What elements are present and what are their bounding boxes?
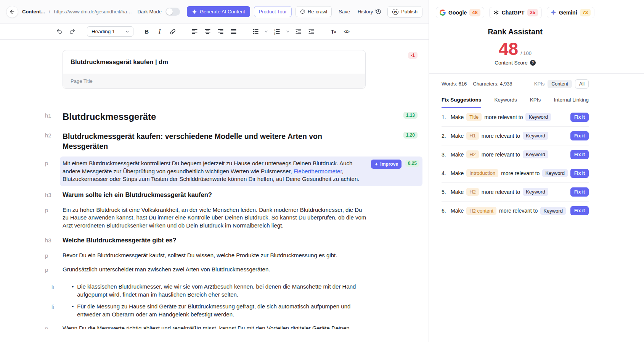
indent-button[interactable] [307, 27, 316, 37]
h1-text[interactable]: Blutdruckmessgeräte [63, 111, 368, 122]
intro-paragraph-block: p Mit einem Blutdruckmessgerät kontrolli… [45, 156, 429, 186]
outdent-button[interactable] [294, 27, 304, 37]
bullet-list-button[interactable] [251, 27, 261, 37]
improve-button[interactable]: Improve [371, 160, 401, 169]
sidebar-divider [429, 73, 644, 74]
h2-text[interactable]: Blutdruckmessgerät kaufen: verschiedene … [63, 131, 368, 151]
paragraph-text[interactable]: Grundsätzlich unterscheidet man zwischen… [63, 266, 368, 274]
numbered-list-chevron[interactable] [285, 27, 291, 37]
suggestion-number: 3. [442, 152, 449, 158]
suggestion-row: 6. Make H2 content more relevant to Keyw… [442, 202, 589, 220]
arrow-left-icon [9, 9, 15, 15]
tab-kpis[interactable]: KPIs [530, 97, 541, 108]
publish-button[interactable]: W Publish [387, 6, 422, 18]
element-tag: Title [466, 113, 482, 121]
fix-it-button[interactable]: Fix it [570, 113, 589, 122]
undo-button[interactable] [54, 27, 64, 37]
gutter-label: li [45, 303, 63, 318]
svg-text:3: 3 [274, 33, 275, 35]
suggestion-number: 5. [442, 189, 449, 195]
suggestion-middle: more relevant to [482, 133, 520, 139]
tab-fix-suggestions[interactable]: Fix Suggestions [442, 97, 481, 108]
gutter-label: h3 [45, 191, 63, 198]
product-tour-button[interactable]: Product Tour [254, 6, 292, 17]
app: Content... / https://www.dm.de/gesundhei… [0, 0, 644, 342]
engine-name: ChatGPT [502, 10, 525, 16]
engine-chatgpt[interactable]: ChatGPT 25 [489, 7, 542, 18]
tab-keywords[interactable]: Keywords [494, 97, 517, 108]
page-url[interactable]: https://www.dm.de/gesundheit/hausapothek… [54, 9, 133, 15]
element-tag: Introduction [466, 169, 498, 177]
recrawl-button[interactable]: Re-crawl [296, 6, 332, 17]
kpi-content-toggle[interactable]: Content [548, 80, 572, 88]
list-item-block: li • Für die Messung zu Hause sind Gerät… [45, 303, 429, 318]
clear-formatting-button[interactable]: Tx [329, 27, 339, 37]
paragraph-block: p Ein zu hoher Blutdruck ist eine Volksk… [45, 206, 429, 230]
align-right-button[interactable] [216, 27, 226, 37]
tab-internal-linking[interactable]: Internal Linking [554, 97, 589, 108]
fix-it-button[interactable]: Fix it [570, 169, 589, 178]
fix-it-button[interactable]: Fix it [570, 206, 589, 215]
generate-ai-content-label: Generate AI Content [200, 9, 245, 15]
code-view-button[interactable]: </> [342, 27, 352, 37]
fieberthermometer-link[interactable]: Fieberthermometer [294, 168, 342, 174]
h3-text[interactable]: Warum sollte ich ein Blutdruckmessgerät … [63, 191, 368, 198]
redo-button[interactable] [67, 27, 77, 37]
gemini-logo-icon [551, 10, 556, 15]
sparkle-icon [192, 9, 197, 15]
gutter-label: p [45, 252, 63, 260]
bold-button[interactable]: B [142, 27, 152, 37]
h3-block: h3 Warum sollte ich ein Blutdruckmessger… [45, 191, 429, 198]
editor-canvas[interactable]: Blutdruckmessgerät kaufen | dm Page Titl… [0, 40, 429, 342]
numbered-list-button[interactable]: 123 [272, 27, 282, 37]
undo-icon [56, 28, 63, 35]
page-title-card[interactable]: Blutdruckmessgerät kaufen | dm Page Titl… [63, 50, 366, 89]
bullet-list-chevron[interactable] [264, 27, 269, 37]
fix-it-button[interactable]: Fix it [570, 187, 589, 197]
list-item-text[interactable]: Die klassischen Blutdruckmesser, wie wir… [77, 283, 368, 298]
paragraph-text[interactable]: Bevor Du ein Blutdruckmessgerät kaufst, … [63, 252, 368, 260]
highlighted-paragraph[interactable]: Mit einem Blutdruckmessgerät kontrollier… [60, 156, 422, 186]
history-button[interactable]: History [357, 6, 382, 17]
panel-title: Rank Assistant [442, 27, 589, 36]
bullet-list-icon [252, 28, 259, 35]
google-logo-icon [440, 10, 446, 16]
suggestion-prefix: Make [451, 170, 464, 176]
stats-row: Words: 616 Characters: 4,938 KPIs Conten… [442, 79, 589, 89]
align-center-button[interactable] [203, 27, 213, 37]
breadcrumb[interactable]: Content... [22, 9, 45, 15]
score-badge: 0.25 [405, 160, 419, 167]
element-tag: H1 [466, 132, 479, 140]
align-left-button[interactable] [190, 27, 200, 37]
score-badge: 1.13 [403, 112, 418, 119]
engine-name: Google [448, 10, 467, 16]
italic-button[interactable]: I [155, 27, 165, 37]
page-title-text[interactable]: Blutdruckmessgerät kaufen | dm [63, 50, 365, 74]
fix-it-button[interactable]: Fix it [570, 131, 589, 140]
keyword-tag: Keyword [540, 207, 566, 215]
list-item-text[interactable]: Für die Messung zu Hause sind Geräte zur… [77, 303, 368, 318]
link-button[interactable] [168, 27, 178, 37]
heading-select-value: Heading 1 [92, 29, 115, 34]
paragraph-text[interactable]: Wenn Du die Messwerte richtig abliest un… [63, 324, 368, 329]
clipped-paragraph-wrapper: p Wenn Du die Messwerte richtig abliest … [45, 324, 429, 329]
kpis-label: KPIs [534, 81, 544, 87]
engine-google[interactable]: Google 48 [436, 7, 484, 18]
suggestion-number: 2. [442, 133, 449, 139]
score-badge: 1.20 [403, 132, 418, 139]
kpi-all-toggle[interactable]: All [575, 79, 589, 89]
save-button[interactable]: Save [338, 6, 351, 17]
back-button[interactable] [6, 6, 18, 18]
align-justify-button[interactable] [229, 27, 239, 37]
dark-mode-toggle[interactable] [165, 8, 180, 16]
engine-gemini[interactable]: Gemini 73 [547, 7, 594, 18]
fix-it-button[interactable]: Fix it [570, 150, 589, 159]
paragraph-text[interactable]: Ein zu hoher Blutdruck ist eine Volkskra… [63, 206, 368, 230]
h2-block: h2 Blutdruckmessgerät kaufen: verschiede… [45, 131, 429, 151]
heading-select[interactable]: Heading 1 [87, 26, 133, 37]
generate-ai-content-button[interactable]: Generate AI Content [187, 6, 250, 17]
align-justify-icon [230, 28, 237, 35]
h3-text[interactable]: Welche Blutdruckmessgeräte gibt es? [63, 236, 368, 244]
help-icon[interactable]: ? [530, 60, 536, 66]
content-score-label: Content Score [495, 60, 527, 66]
